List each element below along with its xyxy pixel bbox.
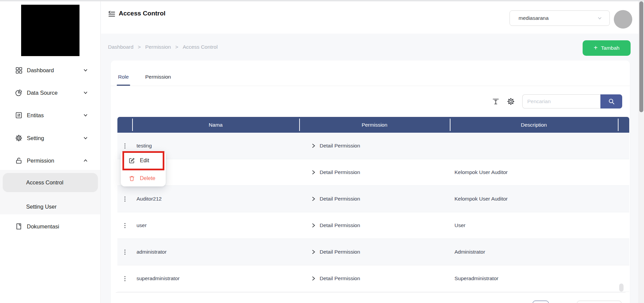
sidebar-submenu: Access Control Setting User xyxy=(0,170,100,214)
chevron-right-icon xyxy=(312,197,316,201)
sidebar-item-setting[interactable]: Setting xyxy=(0,131,101,145)
column-header-nama: Nama xyxy=(132,122,299,128)
search-icon xyxy=(608,98,615,105)
role-name: administrator xyxy=(132,249,299,255)
detail-permission-expander[interactable]: Detail Permission xyxy=(299,143,450,149)
detail-permission-label: Detail Permission xyxy=(320,196,360,202)
pagination-page-button[interactable] xyxy=(533,301,549,303)
search-input[interactable] xyxy=(522,94,600,109)
chevron-down-icon xyxy=(597,16,602,20)
pagination-size-select[interactable] xyxy=(577,301,622,303)
row-menu-button[interactable] xyxy=(122,195,128,203)
role-description: Kelompok User Auditor xyxy=(450,169,618,175)
detail-permission-label: Detail Permission xyxy=(320,169,360,175)
tabs-divider xyxy=(111,86,630,86)
scrollbar-thumb[interactable] xyxy=(639,1,643,112)
chevron-down-icon xyxy=(83,68,88,73)
column-separator xyxy=(132,119,133,131)
chevron-down-icon xyxy=(83,136,88,140)
detail-permission-label: Detail Permission xyxy=(320,275,360,282)
sidebar-item-data-source[interactable]: Data Source xyxy=(0,86,101,99)
chevron-right-icon xyxy=(312,276,316,281)
breadcrumb-item[interactable]: Dashboard xyxy=(108,44,133,50)
trash-icon xyxy=(129,175,135,181)
column-separator xyxy=(450,119,450,131)
role-description: Kelompok User Auditor xyxy=(450,196,618,202)
role-name: user xyxy=(132,222,299,228)
sidebar-item-access-control[interactable]: Access Control xyxy=(3,173,98,192)
breadcrumb-item[interactable]: Permission xyxy=(145,44,171,50)
chevron-right-icon xyxy=(312,170,316,175)
chevron-right-icon xyxy=(312,250,316,254)
chevron-right-icon xyxy=(312,223,316,228)
roles-table: Nama Permission Description testing Deta… xyxy=(117,117,629,292)
detail-permission-expander[interactable]: Detail Permission xyxy=(299,275,450,282)
context-menu-item-label: Edit xyxy=(140,158,149,164)
breadcrumb-separator: > xyxy=(175,44,178,50)
detail-permission-expander[interactable]: Detail Permission xyxy=(299,222,450,228)
sidebar-item-label: Permission xyxy=(27,158,54,164)
table-row: Auditor212 Detail Permission Kelompok Us… xyxy=(117,186,629,212)
table-row: user Detail Permission User xyxy=(117,212,629,239)
row-menu-button[interactable] xyxy=(122,222,128,229)
sidebar-item-dokumentasi[interactable]: Dokumentasi xyxy=(0,220,101,233)
gear-icon[interactable] xyxy=(507,97,515,105)
sidebar-item-label: Entitas xyxy=(27,112,44,119)
table-row: administrator Detail Permission Administ… xyxy=(117,239,629,265)
app-root: Dashboard Data Source Entitas xyxy=(0,0,644,303)
sliders-icon xyxy=(15,112,22,119)
row-height-icon[interactable] xyxy=(492,97,500,105)
document-icon xyxy=(15,223,22,230)
tab-role[interactable]: Role xyxy=(118,74,129,80)
tab-permission[interactable]: Permission xyxy=(145,74,171,80)
detail-permission-expander[interactable]: Detail Permission xyxy=(299,249,450,255)
inner-scrollbar-thumb[interactable] xyxy=(619,284,624,292)
search-button[interactable] xyxy=(600,94,622,109)
breadcrumb-separator: > xyxy=(138,44,141,50)
role-name: testing xyxy=(132,143,299,149)
context-menu-edit[interactable]: Edit xyxy=(121,154,166,168)
header: Access Control mediasarana xyxy=(101,1,639,34)
detail-permission-expander[interactable]: Detail Permission xyxy=(299,169,450,175)
add-button[interactable]: + Tambah xyxy=(583,40,631,56)
column-header-description: Description xyxy=(450,122,618,128)
table-bottom-divider xyxy=(116,292,626,293)
sidebar-item-label: Dokumentasi xyxy=(27,223,59,230)
role-description: Superadministrator xyxy=(450,275,618,282)
chevron-up-icon xyxy=(83,158,88,163)
edit-square-icon xyxy=(129,158,135,164)
sidebar-item-permission[interactable]: Permission xyxy=(0,154,101,167)
sidebar-item-dashboard[interactable]: Dashboard xyxy=(0,63,101,77)
breadcrumb: Dashboard > Permission > Access Control xyxy=(108,44,218,50)
column-separator xyxy=(299,119,300,131)
row-menu-button[interactable] xyxy=(122,275,128,282)
avatar[interactable] xyxy=(614,10,632,29)
table-row: Detail Permission Kelompok User Auditor xyxy=(117,159,629,186)
context-menu-delete[interactable]: Delete xyxy=(121,171,166,185)
add-button-label: Tambah xyxy=(601,45,620,51)
chevron-down-icon xyxy=(83,90,88,95)
org-select-value: mediasarana xyxy=(519,15,549,21)
detail-permission-label: Detail Permission xyxy=(320,249,360,255)
page-title: Access Control xyxy=(119,10,165,17)
sidebar-item-label: Data Source xyxy=(27,90,58,96)
detail-permission-expander[interactable]: Detail Permission xyxy=(299,196,450,202)
column-header-permission: Permission xyxy=(299,122,450,128)
column-separator xyxy=(618,119,619,131)
chevron-right-icon xyxy=(312,143,316,148)
row-menu-button[interactable] xyxy=(122,142,128,149)
padlock-open-icon xyxy=(15,157,22,164)
org-select[interactable]: mediasarana xyxy=(509,10,610,26)
sidebar-item-entitas[interactable]: Entitas xyxy=(0,109,101,122)
menu-fold-icon[interactable] xyxy=(108,10,115,18)
role-name: Auditor212 xyxy=(132,196,299,202)
dashboard-grid-icon xyxy=(15,67,22,74)
row-menu-button[interactable] xyxy=(122,248,128,256)
row-context-menu: Edit Delete xyxy=(121,151,166,186)
search-bar xyxy=(522,94,622,109)
table-row: superadministrator Detail Permission Sup… xyxy=(117,265,629,292)
logo xyxy=(21,5,79,56)
context-menu-item-label: Delete xyxy=(140,175,155,181)
pie-chart-icon xyxy=(15,89,22,96)
sidebar-item-setting-user[interactable]: Setting User xyxy=(3,197,98,216)
